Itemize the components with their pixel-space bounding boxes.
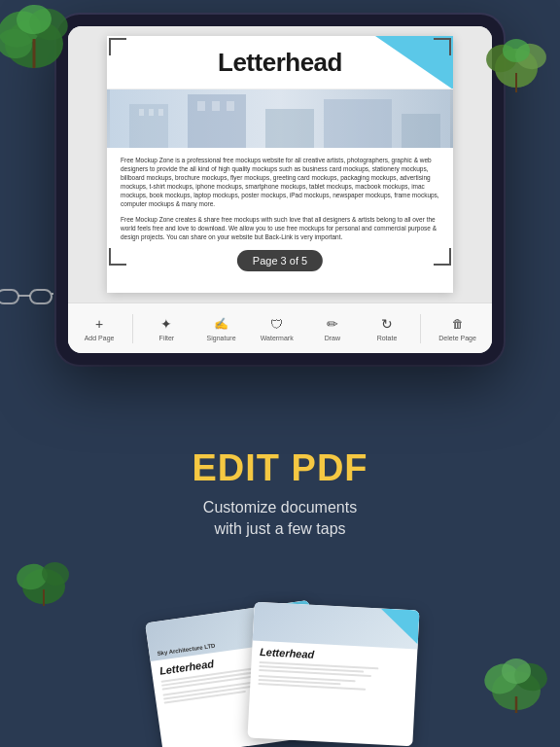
- preview-triangle-2: [379, 608, 420, 644]
- marketing-section: EDIT PDF Customize documentswith just a …: [0, 418, 560, 747]
- toolbar-delete-page-label: Delete Page: [438, 335, 476, 341]
- plant-bottom-right-decoration: [482, 650, 550, 718]
- doc-paragraph-2: Free Mockup Zone creates & share free mo…: [121, 215, 439, 241]
- doc-header: Letterhead: [107, 36, 453, 89]
- toolbar-signature-label: Signature: [207, 335, 236, 341]
- marketing-headline: EDIT PDF: [192, 447, 368, 489]
- svg-rect-25: [265, 109, 314, 148]
- corner-bracket-br: [434, 248, 451, 266]
- draw-icon: ✏: [324, 315, 341, 333]
- doc-building-image: [107, 89, 453, 148]
- preview-doc-2-content: Letterhead: [250, 641, 417, 700]
- svg-rect-20: [158, 109, 163, 116]
- add-page-icon: +: [90, 315, 108, 333]
- svg-rect-19: [149, 109, 154, 116]
- document-toolbar: + Add Page ✦ Filter ✍ Signature 🛡 Waterm…: [68, 302, 492, 353]
- corner-bracket-bl: [109, 248, 126, 266]
- tablet-screen: Letterhead: [68, 26, 492, 353]
- svg-rect-24: [227, 101, 234, 111]
- toolbar-draw-label: Draw: [325, 335, 340, 341]
- toolbar-add-page[interactable]: + Add Page: [78, 311, 121, 345]
- filter-icon: ✦: [158, 315, 175, 333]
- page-indicator: Page 3 of 5: [237, 250, 323, 271]
- signature-icon: ✍: [213, 315, 230, 333]
- svg-rect-18: [139, 109, 144, 116]
- doc-text-content: Free Mockup Zone is a professional free …: [107, 148, 453, 255]
- svg-point-35: [502, 658, 531, 684]
- document-previews: Sky Architecture LTD Letterhead: [37, 591, 523, 747]
- svg-rect-22: [197, 101, 205, 111]
- plant-bottom-left-decoration: [15, 552, 73, 611]
- svg-rect-27: [402, 114, 440, 148]
- svg-rect-23: [212, 101, 220, 111]
- svg-rect-11: [0, 290, 18, 303]
- toolbar-add-page-label: Add Page: [85, 335, 115, 341]
- toolbar-divider-1: [132, 314, 133, 343]
- plant-top-left-decoration: [0, 0, 78, 78]
- toolbar-draw[interactable]: ✏ Draw: [311, 311, 354, 345]
- preview-document-2: Letterhead: [247, 602, 419, 747]
- watermark-icon: 🛡: [268, 315, 286, 333]
- toolbar-signature[interactable]: ✍ Signature: [200, 311, 243, 345]
- toolbar-filter[interactable]: ✦ Filter: [145, 311, 188, 345]
- tablet-frame: Letterhead: [56, 15, 504, 365]
- toolbar-rotate[interactable]: ↻ Rotate: [366, 311, 408, 345]
- toolbar-watermark-label: Watermark: [261, 335, 294, 341]
- doc-title: Letterhead: [218, 48, 342, 78]
- toolbar-watermark[interactable]: 🛡 Watermark: [255, 311, 299, 345]
- tablet-device: Letterhead: [56, 15, 504, 365]
- toolbar-delete-page[interactable]: 🗑 Delete Page: [433, 311, 482, 345]
- corner-bracket-tr: [434, 38, 451, 55]
- svg-rect-12: [30, 290, 52, 303]
- svg-rect-26: [324, 99, 392, 148]
- marketing-subheadline: Customize documentswith just a few taps: [203, 497, 357, 541]
- rotate-icon: ↻: [378, 315, 396, 333]
- document-area: Letterhead: [68, 26, 492, 302]
- toolbar-filter-label: Filter: [159, 335, 175, 341]
- plant-top-right-decoration: [482, 29, 550, 97]
- glasses-decoration: [0, 282, 44, 311]
- toolbar-rotate-label: Rotate: [377, 335, 398, 341]
- doc-paragraph-1: Free Mockup Zone is a professional free …: [121, 156, 439, 209]
- svg-point-9: [503, 39, 530, 62]
- delete-page-icon: 🗑: [449, 315, 467, 333]
- toolbar-divider-2: [420, 314, 421, 343]
- corner-bracket-tl: [109, 38, 126, 55]
